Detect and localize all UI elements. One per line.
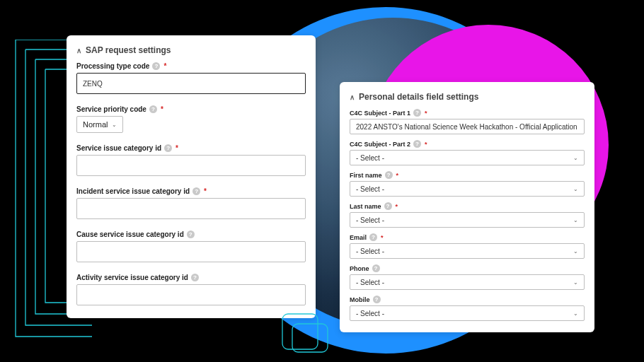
svg-rect-0 (282, 314, 318, 349)
incident-cat-input[interactable] (76, 198, 306, 219)
sap-settings-panel: ∧ SAP request settings Processing type c… (67, 35, 316, 318)
required-icon: * (381, 234, 384, 241)
service-priority-select[interactable]: Normal ⌄ (76, 116, 123, 133)
field-label: Email (350, 234, 367, 241)
chevron-down-icon: ⌄ (573, 217, 578, 223)
bg-cyan-bottom (280, 311, 343, 356)
help-icon[interactable]: ? (152, 62, 160, 70)
chevron-up-icon: ∧ (350, 93, 355, 101)
field-label: Cause service issue category id (76, 230, 184, 238)
field-label: Phone (350, 265, 369, 272)
service-issue-cat-input[interactable] (76, 155, 306, 176)
field-label: Service priority code (76, 105, 146, 113)
select-value: Normal (83, 120, 108, 129)
required-icon: * (425, 110, 427, 117)
c4c-part2-select[interactable]: - Select - ⌄ (350, 150, 585, 165)
help-icon[interactable]: ? (369, 233, 377, 241)
svg-rect-1 (292, 324, 328, 352)
field-label: Processing type code (76, 62, 149, 70)
help-icon[interactable]: ? (149, 105, 157, 113)
first-name-select[interactable]: - Select - ⌄ (350, 181, 585, 197)
required-icon: * (176, 144, 178, 152)
chevron-down-icon: ⌄ (573, 279, 578, 286)
activity-cat-input[interactable] (76, 284, 306, 305)
field-label: C4C Subject - Part 2 (350, 141, 410, 148)
panel-title: SAP request settings (86, 45, 171, 55)
panel-header[interactable]: ∧ SAP request settings (76, 42, 306, 62)
help-icon[interactable]: ? (192, 187, 200, 195)
help-icon[interactable]: ? (385, 171, 393, 179)
chevron-down-icon: ⌄ (573, 155, 578, 161)
field-label: Incident service issue category id (76, 187, 190, 195)
select-value: - Select - (356, 185, 384, 193)
c4c-part1-input[interactable] (350, 119, 585, 134)
panel-title: Personal details field settings (359, 92, 478, 102)
select-value: - Select - (356, 310, 384, 317)
select-value: - Select - (356, 247, 384, 255)
select-value: - Select - (356, 279, 384, 286)
chevron-down-icon: ⌄ (573, 186, 578, 192)
help-icon[interactable]: ? (384, 202, 392, 210)
help-icon[interactable]: ? (191, 274, 199, 281)
personal-details-panel: ∧ Personal details field settings C4C Su… (340, 82, 594, 332)
help-icon[interactable]: ? (187, 230, 195, 238)
chevron-down-icon: ⌄ (112, 122, 117, 128)
field-label: Activity service issue category id (76, 274, 188, 281)
processing-type-code-input[interactable] (76, 73, 306, 94)
help-icon[interactable]: ? (372, 264, 380, 272)
field-label: First name (350, 172, 382, 179)
phone-select[interactable]: - Select - ⌄ (350, 274, 585, 290)
required-icon: * (396, 172, 399, 179)
required-icon: * (161, 105, 163, 113)
field-label: Service issue category id (76, 144, 161, 152)
field-label: Mobile (350, 296, 370, 303)
required-icon: * (163, 62, 166, 70)
panel-header[interactable]: ∧ Personal details field settings (350, 89, 585, 109)
select-value: - Select - (356, 216, 384, 224)
field-label: Last name (350, 203, 381, 210)
field-label: C4C Subject - Part 1 (350, 110, 410, 117)
cause-cat-input[interactable] (76, 241, 306, 262)
chevron-down-icon: ⌄ (573, 248, 578, 255)
select-value: - Select - (356, 154, 384, 162)
help-icon[interactable]: ? (413, 140, 421, 148)
required-icon: * (396, 203, 398, 210)
chevron-up-icon: ∧ (76, 47, 81, 54)
help-icon[interactable]: ? (164, 144, 172, 152)
required-icon: * (425, 141, 427, 148)
mobile-select[interactable]: - Select - ⌄ (350, 305, 585, 321)
email-select[interactable]: - Select - ⌄ (350, 243, 585, 259)
chevron-down-icon: ⌄ (573, 310, 578, 317)
last-name-select[interactable]: - Select - ⌄ (350, 212, 585, 228)
help-icon[interactable]: ? (373, 296, 381, 303)
required-icon: * (204, 187, 207, 195)
help-icon[interactable]: ? (413, 109, 421, 117)
